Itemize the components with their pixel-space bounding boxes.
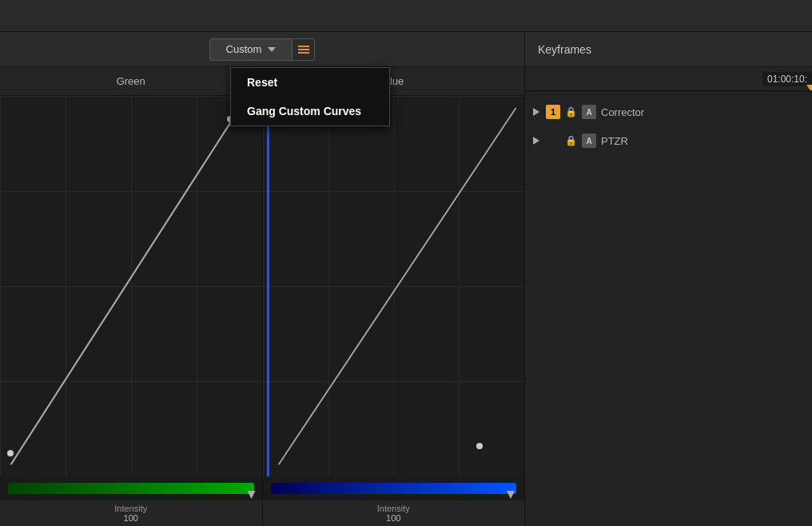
track-corrector-number: 1 bbox=[546, 105, 560, 119]
track-ptzr-type-badge: A bbox=[582, 133, 596, 148]
playhead-marker bbox=[806, 85, 812, 91]
green-ctrl-bottom[interactable] bbox=[7, 450, 14, 456]
track-row-ptzr: 🔒 A PTZR bbox=[525, 126, 812, 155]
blue-ctrl-bottom[interactable] bbox=[476, 443, 483, 449]
menu-icon-button[interactable] bbox=[293, 38, 315, 61]
blue-curve-svg bbox=[263, 96, 525, 476]
green-footer: Intensity 100 bbox=[0, 500, 262, 526]
green-footer-label: Intensity bbox=[0, 504, 262, 513]
keyframes-title: Keyframes bbox=[538, 43, 591, 56]
green-curve-svg bbox=[0, 96, 262, 476]
curves-toolbar: Custom Reset Gang Custom Curves bbox=[0, 32, 524, 67]
track-ptzr-lock-icon: 🔒 bbox=[565, 135, 577, 146]
green-footer-value: 100 bbox=[0, 513, 262, 523]
track-corrector-arrow-icon bbox=[533, 108, 539, 116]
menu-line-2 bbox=[298, 49, 309, 50]
dropdown-menu: Reset Gang Custom Curves bbox=[230, 67, 390, 126]
green-slider[interactable] bbox=[248, 491, 256, 499]
green-bar-area bbox=[0, 476, 262, 500]
keyframes-tracks: 1 🔒 A Corrector 🔒 A PTZR bbox=[525, 91, 812, 526]
blue-color-bar bbox=[271, 483, 517, 494]
track-ptzr-arrow-icon bbox=[533, 137, 539, 145]
dropdown-arrow-icon bbox=[268, 47, 276, 52]
green-channel: Green ↺ Intensity bbox=[0, 67, 263, 526]
green-color-bar bbox=[8, 483, 254, 494]
blue-channel: Blue Intensit bbox=[263, 67, 525, 526]
dropdown-label: Custom bbox=[226, 43, 262, 55]
timecode-display: 01:00:10: bbox=[762, 72, 812, 86]
track-corrector-expand[interactable] bbox=[531, 107, 541, 117]
custom-dropdown: Custom bbox=[209, 38, 316, 61]
track-ptzr-name: PTZR bbox=[601, 135, 806, 147]
timeline-ruler: 01:00:10: bbox=[525, 67, 812, 91]
curves-area: Green ↺ Intensity bbox=[0, 67, 524, 526]
blue-footer-value: 100 bbox=[263, 513, 525, 523]
menu-line-1 bbox=[298, 46, 309, 47]
green-channel-header: Green ↺ bbox=[0, 67, 262, 96]
main-area: Custom Reset Gang Custom Curves Gr bbox=[0, 32, 812, 526]
green-curve-graph[interactable] bbox=[0, 96, 262, 476]
blue-bar-area bbox=[263, 476, 525, 500]
blue-footer: Intensity 100 bbox=[263, 500, 525, 526]
blue-slider[interactable] bbox=[507, 491, 515, 499]
blue-footer-label: Intensity bbox=[263, 504, 525, 513]
track-row-corrector: 1 🔒 A Corrector bbox=[525, 98, 812, 126]
track-corrector-name: Corrector bbox=[601, 106, 806, 118]
custom-dropdown-button[interactable]: Custom bbox=[209, 38, 293, 61]
svg-line-1 bbox=[278, 108, 515, 464]
track-corrector-lock-icon: 🔒 bbox=[565, 106, 577, 118]
keyframes-header: Keyframes bbox=[525, 32, 812, 67]
menu-line-3 bbox=[298, 52, 309, 54]
track-corrector-type-badge: A bbox=[582, 105, 596, 119]
menu-item-gang[interactable]: Gang Custom Curves bbox=[231, 97, 389, 126]
keyframes-panel: Keyframes 01:00:10: 1 🔒 A Corrector bbox=[524, 32, 812, 526]
curves-panel: Custom Reset Gang Custom Curves Gr bbox=[0, 32, 524, 526]
svg-line-0 bbox=[11, 108, 241, 464]
green-label: Green bbox=[117, 75, 145, 87]
track-ptzr-expand[interactable] bbox=[531, 136, 541, 145]
menu-item-reset[interactable]: Reset bbox=[231, 68, 389, 97]
blue-curve-graph[interactable] bbox=[263, 96, 525, 476]
top-bar bbox=[0, 0, 812, 32]
